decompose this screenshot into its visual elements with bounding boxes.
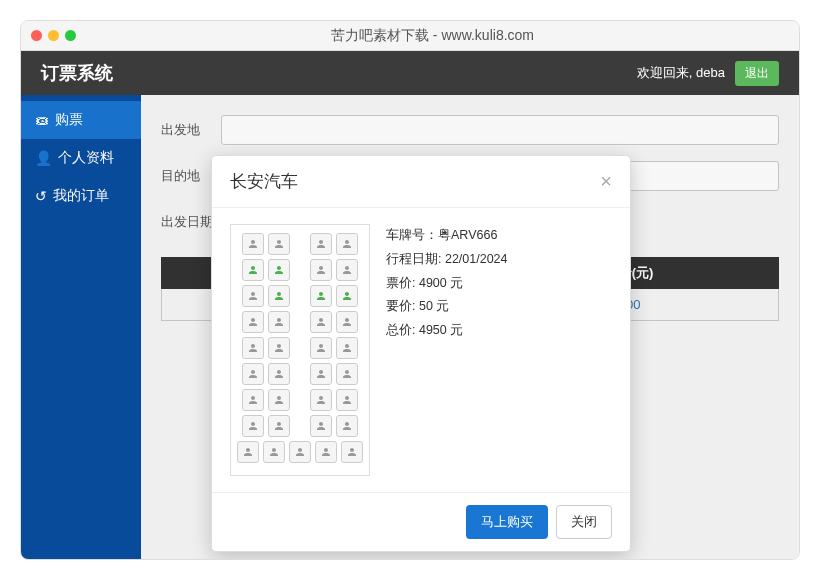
- seat-available[interactable]: [315, 441, 337, 463]
- seat-row: [237, 389, 363, 411]
- close-dot[interactable]: [31, 30, 42, 41]
- modal: 长安汽车 × 车牌号：粤ARV666 行程日期: 22/01/2024 票价: …: [211, 155, 631, 552]
- seat-available[interactable]: [336, 259, 358, 281]
- modal-header: 长安汽车 ×: [212, 156, 630, 208]
- aisle: [294, 415, 306, 437]
- seat-available[interactable]: [336, 311, 358, 333]
- seat-available[interactable]: [268, 363, 290, 385]
- bus-info: 车牌号：粤ARV666 行程日期: 22/01/2024 票价: 4900 元 …: [386, 224, 508, 476]
- seat-available[interactable]: [237, 441, 259, 463]
- seat-row: [237, 259, 363, 281]
- logout-button[interactable]: 退出: [735, 61, 779, 86]
- seat-available[interactable]: [242, 337, 264, 359]
- seat-available[interactable]: [336, 389, 358, 411]
- seat-available[interactable]: [341, 441, 363, 463]
- seat-available[interactable]: [310, 311, 332, 333]
- seat-available[interactable]: [336, 233, 358, 255]
- modal-footer: 马上购买 关闭: [212, 492, 630, 551]
- titlebar-text: 苦力吧素材下载 - www.kuli8.com: [76, 27, 789, 45]
- seat-available[interactable]: [242, 311, 264, 333]
- seat-row: [237, 233, 363, 255]
- seat-selected[interactable]: [242, 259, 264, 281]
- topbar-right: 欢迎回来, deba 退出: [637, 61, 779, 86]
- brand: 订票系统: [41, 61, 113, 85]
- aisle: [294, 363, 306, 385]
- modal-title: 长安汽车: [230, 170, 298, 193]
- aisle: [294, 389, 306, 411]
- app: 订票系统 欢迎回来, deba 退出 🎟 购票 👤 个人资料 ↺ 我的订单: [21, 51, 799, 560]
- aisle: [294, 311, 306, 333]
- close-icon[interactable]: ×: [600, 170, 612, 193]
- seat-available[interactable]: [310, 233, 332, 255]
- modal-body: 车牌号：粤ARV666 行程日期: 22/01/2024 票价: 4900 元 …: [212, 208, 630, 492]
- window-controls: [31, 30, 76, 41]
- topbar: 订票系统 欢迎回来, deba 退出: [21, 51, 799, 95]
- minimize-dot[interactable]: [48, 30, 59, 41]
- seat-available[interactable]: [242, 285, 264, 307]
- aisle: [294, 337, 306, 359]
- maximize-dot[interactable]: [65, 30, 76, 41]
- seat-available[interactable]: [263, 441, 285, 463]
- seat-available[interactable]: [336, 415, 358, 437]
- seat-selected[interactable]: [268, 285, 290, 307]
- seat-available[interactable]: [268, 337, 290, 359]
- seat-available[interactable]: [268, 311, 290, 333]
- seat-available[interactable]: [242, 389, 264, 411]
- seat-available[interactable]: [310, 259, 332, 281]
- seat-available[interactable]: [242, 363, 264, 385]
- aisle: [294, 233, 306, 255]
- seat-selected[interactable]: [336, 285, 358, 307]
- seat-available[interactable]: [336, 337, 358, 359]
- body: 🎟 购票 👤 个人资料 ↺ 我的订单 出发地 目的地: [21, 95, 799, 560]
- window-frame: 苦力吧素材下载 - www.kuli8.com 订票系统 欢迎回来, deba …: [20, 20, 800, 560]
- seat-available[interactable]: [336, 363, 358, 385]
- seat-row: [237, 311, 363, 333]
- seat-available[interactable]: [242, 415, 264, 437]
- close-button[interactable]: 关闭: [556, 505, 612, 539]
- seat-available[interactable]: [310, 415, 332, 437]
- seat-row: [237, 285, 363, 307]
- seat-available[interactable]: [310, 363, 332, 385]
- titlebar: 苦力吧素材下载 - www.kuli8.com: [21, 21, 799, 51]
- seat-row: [237, 415, 363, 437]
- seat-available[interactable]: [310, 389, 332, 411]
- aisle: [294, 259, 306, 281]
- seat-row: [237, 363, 363, 385]
- seat-available[interactable]: [268, 233, 290, 255]
- buy-button[interactable]: 马上购买: [466, 505, 548, 539]
- seat-row: [237, 441, 363, 463]
- seat-available[interactable]: [268, 389, 290, 411]
- seat-map: [230, 224, 370, 476]
- seat-selected[interactable]: [310, 285, 332, 307]
- seat-available[interactable]: [310, 337, 332, 359]
- seat-available[interactable]: [289, 441, 311, 463]
- seat-selected[interactable]: [268, 259, 290, 281]
- seat-available[interactable]: [268, 415, 290, 437]
- aisle: [294, 285, 306, 307]
- welcome-text: 欢迎回来, deba: [637, 64, 725, 82]
- seat-row: [237, 337, 363, 359]
- seat-available[interactable]: [242, 233, 264, 255]
